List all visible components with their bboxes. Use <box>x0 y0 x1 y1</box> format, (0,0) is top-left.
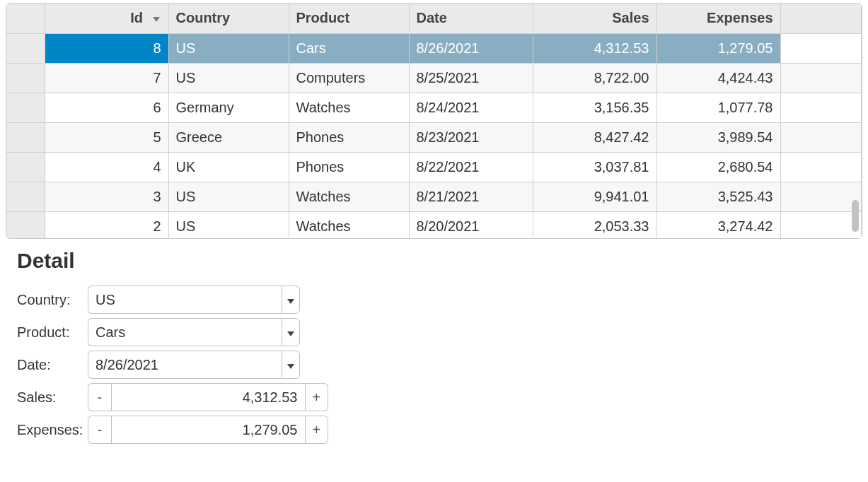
cell-spacer <box>780 122 862 152</box>
expenses-decrement-button[interactable]: - <box>88 416 111 444</box>
label-country: Country: <box>17 292 88 308</box>
country-input[interactable] <box>88 286 282 314</box>
cell-expenses[interactable]: 3,525.43 <box>656 182 780 211</box>
cell-expenses[interactable]: 1,077.78 <box>656 93 780 122</box>
date-picker[interactable] <box>88 351 300 379</box>
cell-spacer <box>780 182 862 211</box>
cell-sales[interactable]: 3,037.81 <box>533 152 656 182</box>
row-header <box>6 152 45 182</box>
row-header <box>6 211 45 239</box>
sales-spinner[interactable]: - + <box>88 383 328 411</box>
cell-country[interactable]: Greece <box>168 122 289 152</box>
row-header <box>6 182 45 211</box>
cell-sales[interactable]: 3,156.35 <box>533 93 656 122</box>
sort-desc-icon <box>151 16 161 23</box>
cell-id[interactable]: 8 <box>45 33 168 63</box>
cell-spacer <box>780 93 862 122</box>
data-grid[interactable]: Id Country Product Date Sales Expenses 8… <box>6 3 862 239</box>
chevron-down-icon <box>286 357 296 373</box>
vertical-scrollbar[interactable] <box>850 8 860 234</box>
cell-country[interactable]: US <box>168 182 289 211</box>
cell-date[interactable]: 8/20/2021 <box>409 211 533 239</box>
cell-product[interactable]: Watches <box>289 182 409 211</box>
row-header <box>6 122 45 152</box>
cell-expenses[interactable]: 1,279.05 <box>656 33 780 63</box>
table-row[interactable]: 3USWatches8/21/20219,941.013,525.43 <box>6 182 862 211</box>
detail-title: Detail <box>17 249 868 273</box>
cell-product[interactable]: Watches <box>289 93 409 122</box>
column-header-sales[interactable]: Sales <box>533 4 656 33</box>
column-header-expenses[interactable]: Expenses <box>656 4 780 33</box>
table-row[interactable]: 5GreecePhones8/23/20218,427.423,989.54 <box>6 122 862 152</box>
cell-country[interactable]: US <box>168 211 289 239</box>
cell-id[interactable]: 2 <box>45 211 168 239</box>
cell-sales[interactable]: 9,941.01 <box>533 182 656 211</box>
cell-sales[interactable]: 2,053.33 <box>533 211 656 239</box>
cell-date[interactable]: 8/24/2021 <box>409 93 533 122</box>
expenses-spinner[interactable]: - + <box>88 416 328 444</box>
column-header-id-label: Id <box>130 10 143 25</box>
cell-expenses[interactable]: 3,274.42 <box>656 211 780 239</box>
cell-product[interactable]: Computers <box>289 63 409 93</box>
cell-sales[interactable]: 4,312.53 <box>533 33 656 63</box>
cell-country[interactable]: US <box>168 63 289 93</box>
scroll-thumb[interactable] <box>852 200 859 232</box>
cell-date[interactable]: 8/21/2021 <box>409 182 533 211</box>
cell-product[interactable]: Cars <box>289 33 409 63</box>
table-row[interactable]: 4UKPhones8/22/20213,037.812,680.54 <box>6 152 862 182</box>
expenses-increment-button[interactable]: + <box>306 416 329 444</box>
cell-product[interactable]: Phones <box>289 122 409 152</box>
label-expenses: Expenses: <box>17 422 88 438</box>
country-dropdown-button[interactable] <box>282 286 300 314</box>
svg-marker-0 <box>153 17 160 22</box>
chevron-down-icon <box>286 292 296 308</box>
table-row[interactable]: 7USComputers8/25/20218,722.004,424.43 <box>6 63 862 93</box>
sales-decrement-button[interactable]: - <box>88 383 111 411</box>
svg-marker-2 <box>287 331 294 336</box>
detail-panel: Detail Country: Product: Date: <box>17 249 868 444</box>
column-header-id[interactable]: Id <box>45 4 168 33</box>
sales-increment-button[interactable]: + <box>306 383 329 411</box>
cell-id[interactable]: 3 <box>45 182 168 211</box>
cell-id[interactable]: 7 <box>45 63 168 93</box>
country-combobox[interactable] <box>88 286 300 314</box>
row-header <box>6 33 45 63</box>
column-header-product[interactable]: Product <box>289 4 409 33</box>
cell-date[interactable]: 8/25/2021 <box>409 63 533 93</box>
cell-spacer <box>780 152 862 182</box>
svg-marker-1 <box>287 299 294 304</box>
table-row[interactable]: 2USWatches8/20/20212,053.333,274.42 <box>6 211 862 239</box>
cell-country[interactable]: UK <box>168 152 289 182</box>
cell-sales[interactable]: 8,722.00 <box>533 63 656 93</box>
cell-expenses[interactable]: 3,989.54 <box>656 122 780 152</box>
cell-product[interactable]: Phones <box>289 152 409 182</box>
product-input[interactable] <box>88 318 282 346</box>
cell-expenses[interactable]: 2,680.54 <box>656 152 780 182</box>
row-header <box>6 93 45 122</box>
table-row[interactable]: 6GermanyWatches8/24/20213,156.351,077.78 <box>6 93 862 122</box>
cell-sales[interactable]: 8,427.42 <box>533 122 656 152</box>
column-header-date[interactable]: Date <box>409 4 533 33</box>
product-dropdown-button[interactable] <box>282 318 300 346</box>
cell-id[interactable]: 6 <box>45 93 168 122</box>
date-dropdown-button[interactable] <box>282 351 300 379</box>
cell-expenses[interactable]: 4,424.43 <box>656 63 780 93</box>
date-input[interactable] <box>88 351 282 379</box>
expenses-input[interactable] <box>111 416 306 444</box>
table-row[interactable]: 8USCars8/26/20214,312.531,279.05 <box>6 33 862 63</box>
product-combobox[interactable] <box>88 318 300 346</box>
cell-date[interactable]: 8/26/2021 <box>409 33 533 63</box>
row-header-corner <box>6 4 45 33</box>
sales-input[interactable] <box>111 383 306 411</box>
cell-product[interactable]: Watches <box>289 211 409 239</box>
cell-country[interactable]: Germany <box>168 93 289 122</box>
column-header-country[interactable]: Country <box>168 4 289 33</box>
cell-id[interactable]: 5 <box>45 122 168 152</box>
cell-date[interactable]: 8/22/2021 <box>409 152 533 182</box>
cell-spacer <box>780 211 862 239</box>
cell-country[interactable]: US <box>168 33 289 63</box>
cell-id[interactable]: 4 <box>45 152 168 182</box>
cell-spacer <box>780 33 862 63</box>
row-header <box>6 63 45 93</box>
cell-date[interactable]: 8/23/2021 <box>409 122 533 152</box>
